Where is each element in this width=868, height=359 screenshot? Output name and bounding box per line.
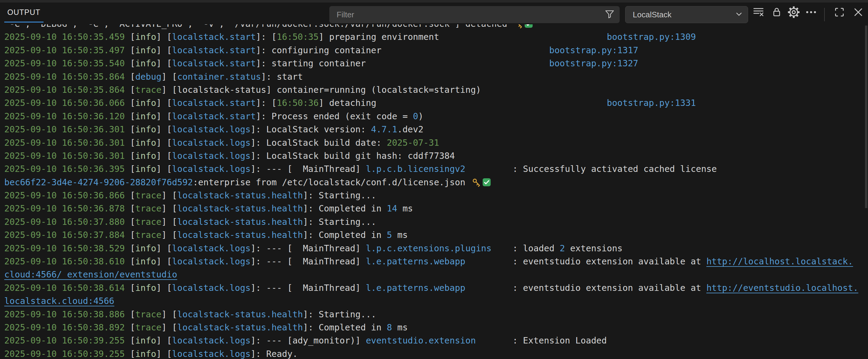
log-text: ] [ (161, 190, 177, 200)
log-text: :enterprise from /etc/localstack/conf.d/… (193, 177, 470, 187)
log-text: ms (392, 322, 408, 332)
padding (465, 283, 513, 293)
ellipsis-icon[interactable] (805, 6, 817, 18)
close-icon[interactable] (852, 6, 864, 18)
padding (465, 256, 513, 266)
padding (492, 243, 513, 254)
source-file-link[interactable]: bootstrap.py:1331 (607, 98, 696, 108)
log-text: [ (130, 190, 135, 200)
check-emoji (482, 177, 491, 191)
log-text: ]: LocalStack build date: (250, 137, 387, 148)
padding (439, 32, 607, 42)
log-text: : Extension Loaded (513, 335, 607, 346)
filter-box[interactable] (329, 6, 620, 23)
log-link[interactable]: http://eventstudio.localhost. (706, 283, 858, 293)
clear-output-icon[interactable] (753, 6, 764, 18)
log-text: container.status (177, 71, 261, 82)
log-text: info (135, 58, 156, 68)
log-link[interactable]: http://localhost.localstack. (706, 256, 853, 266)
log-line: bec66f22-3d4e-4274-9206-28820f76d592:ent… (4, 176, 868, 189)
log-line: cloud:4566/_extension/eventstudio (4, 268, 868, 281)
log-text: [ (130, 243, 135, 254)
log-text: ] [ (161, 230, 177, 240)
log-text: info (135, 243, 156, 254)
log-line: 2025-09-10 16:50:36.066 [info] [localsta… (4, 96, 868, 109)
log-text: 16:50:35 (277, 32, 319, 42)
log-text: 0 (413, 111, 418, 121)
log-line: 2025-09-10 16:50:35.459 [info] [localsta… (4, 30, 868, 43)
maximize-panel-icon[interactable] (834, 6, 845, 18)
log-text: bec66f22-3d4e-4274-9206-28820f76d592 (4, 177, 193, 187)
log-text: ] [ (156, 32, 172, 42)
log-text: [ (130, 335, 135, 346)
log-text: 5 (387, 230, 392, 240)
log-line: 2025-09-10 16:50:36.120 [info] [localsta… (4, 110, 868, 123)
log-text: [ (130, 58, 135, 68)
log-text: localstack-status.health (177, 190, 303, 200)
log-text: [ (130, 349, 135, 359)
source-file-link[interactable]: bootstrap.py:1317 (549, 45, 638, 55)
source-file-link[interactable]: bootstrap.py:1327 (549, 58, 638, 68)
log-link[interactable]: cloud:4566/_extension/eventstudio (4, 269, 177, 280)
source-file-link[interactable]: bootstrap.py:1309 (607, 32, 696, 42)
active-tab-underline (4, 22, 43, 23)
log-text: 4.7.1 (371, 124, 397, 134)
log-text: ]: --- [ MainThread] (250, 256, 366, 266)
log-text: l.e.patterns.webapp (366, 283, 465, 293)
log-text: localstack.start (172, 58, 256, 68)
log-line: 2025-09-10 16:50:35.497 [info] [localsta… (4, 44, 868, 57)
log-text: 2025-09-10 16:50:36.878 (4, 203, 130, 214)
log-text: ] [ (156, 151, 172, 161)
log-text: [ (130, 111, 135, 121)
log-text: ] [ (156, 45, 172, 55)
vertical-scrollbar[interactable] (865, 26, 867, 208)
log-text: localstack.logs (172, 256, 250, 266)
log-text: [ (130, 98, 135, 108)
log-text: 2025-09-10 16:50:38.610 (4, 256, 130, 266)
log-text: ]: Process ended (exit code = (256, 111, 413, 121)
log-text: info (135, 137, 156, 148)
log-text: info (135, 349, 156, 359)
log-text: ] [ (156, 349, 172, 359)
log-text: ] [ (156, 137, 172, 148)
log-text: [ (130, 217, 135, 227)
tab-output-label: OUTPUT (4, 2, 43, 22)
output-panel: '-e', 'DEBUG', '-e', 'ACTIVATE_PRO', '-v… (0, 0, 868, 359)
log-text: ]: --- [ MainThread] (250, 283, 366, 293)
log-text: trace (135, 322, 161, 332)
log-text: 2025-09-10 16:50:36.395 (4, 164, 130, 174)
log-text: ]: start (261, 71, 303, 82)
log-text: ] detaching (319, 98, 376, 108)
log-line: 2025-09-10 16:50:38.610 [info] [localsta… (4, 255, 868, 268)
tab-output[interactable]: OUTPUT (4, 2, 43, 24)
log-text: 2025-09-10 16:50:38.892 (4, 322, 130, 332)
log-text: info (135, 45, 156, 55)
log-link[interactable]: localstack.cloud:4566 (4, 296, 115, 306)
log-text: localstack.logs (172, 335, 250, 346)
log-text: [ (130, 230, 135, 240)
filter-icon[interactable] (604, 9, 615, 21)
log-text: ]: Starting... (303, 309, 376, 320)
log-line: 2025-09-10 16:50:38.892 [trace] [localst… (4, 321, 868, 334)
log-line: 2025-09-10 16:50:38.614 [info] [localsta… (4, 282, 868, 294)
log-text: trace (135, 217, 161, 227)
lock-icon[interactable] (771, 6, 782, 18)
log-text: ] [ (156, 111, 172, 121)
log-text: 2025-09-10 16:50:36.301 (4, 124, 130, 134)
log-text: 2025-09-10 16:50:36.066 (4, 98, 130, 108)
channel-dropdown[interactable]: LocalStack (625, 6, 748, 23)
log-line: 2025-09-10 16:50:38.529 [info] [localsta… (4, 242, 868, 255)
log-text: trace (135, 309, 161, 320)
padding (465, 164, 513, 174)
gear-icon[interactable] (787, 5, 800, 19)
log-text: 2025-09-10 16:50:38.886 (4, 309, 130, 320)
log-line: 2025-09-10 16:50:37.884 [trace] [localst… (4, 228, 868, 241)
log-text: localstack.start (172, 98, 256, 108)
log-text: ]: --- [ MainThread] (250, 243, 366, 254)
filter-input[interactable] (329, 10, 604, 20)
log-text: localstack-status.health (177, 322, 303, 332)
log-text: 2025-09-10 16:50:39.255 (4, 349, 130, 359)
log-text: l.p.c.b.licensingv2 (366, 164, 465, 174)
log-text: ] [ (156, 58, 172, 68)
log-text: ] [ (161, 203, 177, 214)
